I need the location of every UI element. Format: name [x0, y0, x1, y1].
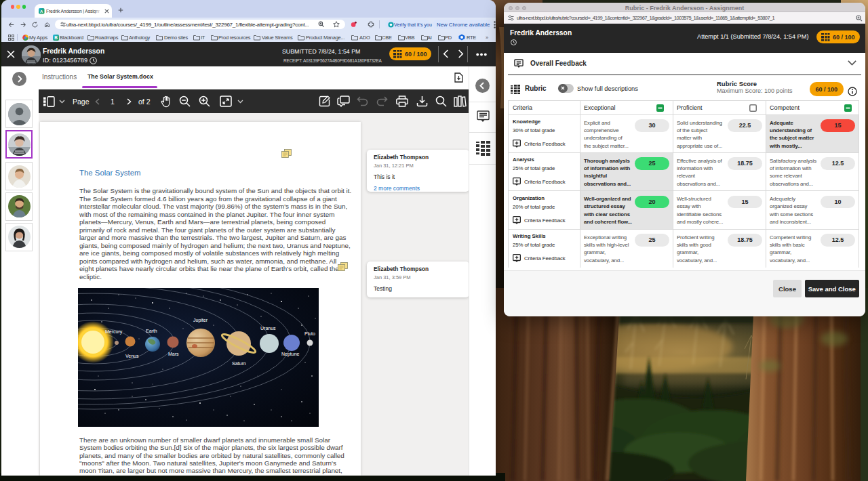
svg-text:Mercury: Mercury	[105, 329, 123, 335]
svg-text:Venus: Venus	[125, 354, 139, 358]
svg-text:Uranus: Uranus	[260, 326, 276, 331]
svg-text:Neptune: Neptune	[281, 352, 300, 357]
svg-text:Earth: Earth	[146, 329, 157, 333]
svg-text:Pluto: Pluto	[304, 331, 315, 336]
svg-text:Mars: Mars	[168, 352, 179, 356]
svg-text:B: B	[54, 35, 58, 40]
svg-text:Saturn: Saturn	[232, 361, 246, 366]
svg-text:A: A	[40, 9, 43, 14]
svg-text:Jupiter: Jupiter	[193, 318, 208, 323]
